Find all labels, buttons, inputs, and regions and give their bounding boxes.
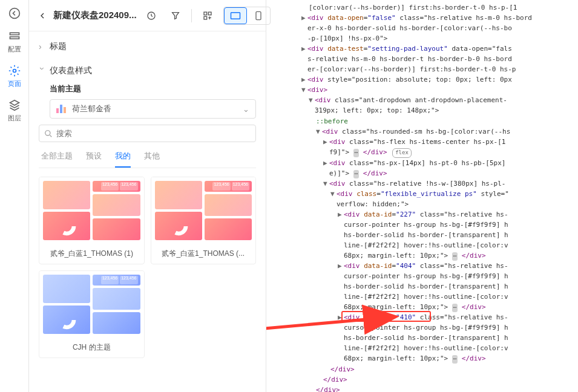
- left-icon-sidebar: 配置 页面 图层: [0, 0, 29, 392]
- dom-node-line[interactable]: ▶<div data-open="false" class="hs-relati…: [266, 13, 578, 23]
- theme-grid: 123,456123,456 贰爷_白蓝1_THOMAS (1): [39, 177, 256, 358]
- theme-card-label: 贰爷_白蓝1_THOMAS (1): [39, 244, 144, 264]
- dom-node-line[interactable]: cursor-pointer hs-group hs-bg-[#f9f9f9] …: [266, 322, 578, 333]
- section-label: 标题: [50, 41, 67, 52]
- dom-node-line[interactable]: ▶<div data-id="404" class="hs-relative h…: [266, 261, 578, 271]
- dom-node-line[interactable]: hs-border-solid hs-border-[transparent] …: [266, 230, 578, 240]
- dom-node-line[interactable]: verflow: hidden;">: [266, 199, 578, 209]
- dom-node-line[interactable]: 319px; left: 0px; top: 148px;">: [266, 105, 578, 116]
- dom-node-line[interactable]: line-[#f2f2f2] hover:!hs-outline-[color:…: [266, 240, 578, 250]
- sidebar-label: 图层: [8, 114, 21, 123]
- theme-preview: 123,456123,456: [39, 271, 144, 338]
- dom-node-line[interactable]: e)]"> ⋯ </div>: [266, 168, 578, 178]
- svg-rect-7: [204, 16, 207, 19]
- add-widget-icon[interactable]: [199, 7, 216, 24]
- svg-rect-6: [208, 12, 211, 15]
- device-toggle: [223, 7, 271, 25]
- devtools-elements-panel[interactable]: [color:var(--hs-border)] first:hs-border…: [266, 0, 578, 392]
- tab-all[interactable]: 全部主题: [41, 151, 73, 168]
- dom-node-line[interactable]: ▶<div data-test="setting-pad-layout" dat…: [266, 44, 578, 54]
- style-section-toggle[interactable]: › 仪表盘样式: [39, 62, 256, 80]
- dom-node-line[interactable]: er-x-0 hs-border-solid hs-border-[color:…: [266, 23, 578, 33]
- svg-rect-2: [10, 37, 19, 39]
- sidebar-back[interactable]: [8, 7, 21, 19]
- dom-node-line[interactable]: ▶<div class="hs-px-[14px] hs-pt-0 hs-pb-…: [266, 158, 578, 168]
- dom-node-line[interactable]: </div>: [266, 385, 578, 392]
- svg-point-3: [13, 70, 16, 73]
- chevron-down-icon: ›: [38, 67, 47, 74]
- search-icon: [44, 129, 53, 138]
- svg-point-0: [9, 8, 19, 19]
- title-section-toggle[interactable]: › 标题: [39, 38, 256, 56]
- dom-node-line[interactable]: </div>: [266, 364, 578, 374]
- theme-card[interactable]: 123,456123,456 贰爷_白蓝1_THOMAS (...: [151, 177, 257, 264]
- back-button[interactable]: [38, 11, 47, 21]
- dom-node-line[interactable]: ▶<div data-id="227" class="hs-relative h…: [266, 209, 578, 220]
- tab-mine[interactable]: 我的: [115, 151, 131, 168]
- sidebar-page[interactable]: 页面: [8, 65, 21, 88]
- page-title: 新建仪表盘202409...: [53, 10, 137, 21]
- selected-theme-name: 荷兰郁金香: [72, 103, 237, 114]
- filter-icon[interactable]: [167, 7, 184, 24]
- dom-node-line[interactable]: 68px; margin-left: 10px;"> ⋯ </div>: [266, 302, 578, 312]
- svg-rect-5: [204, 12, 207, 15]
- dom-node-line[interactable]: ▼<div class="hs-relative !hs-w-[380px] h…: [266, 178, 578, 189]
- dom-node-line[interactable]: ▼<div>: [266, 85, 578, 95]
- dom-node-line[interactable]: hs-border-solid hs-border-[transparent] …: [266, 281, 578, 292]
- dom-node-line[interactable]: ▶<div data-id="410" class="hs-relative h…: [266, 312, 578, 322]
- svg-point-12: [171, 219, 186, 234]
- dom-node-line[interactable]: line-[#f2f2f2] hover:!hs-outline-[color:…: [266, 343, 578, 353]
- dom-node-line[interactable]: ▼<div class="hs-rounded-sm hs-bg-[color:…: [266, 126, 578, 137]
- dom-node-line[interactable]: ▼<div class="ant-dropdown ant-dropdown-p…: [266, 95, 578, 105]
- sidebar-label: 页面: [8, 79, 21, 88]
- dom-node-line[interactable]: 68px; margin-left: 10px;"> ⋯ </div>: [266, 250, 578, 261]
- dom-node-line[interactable]: -p-[10px] !hs-px-0">: [266, 33, 578, 44]
- svg-point-10: [45, 130, 50, 135]
- dom-node-line[interactable]: ▶<div style="position: absolute; top: 0p…: [266, 74, 578, 85]
- header-bar: 新建仪表盘202409...: [29, 0, 266, 31]
- svg-rect-9: [256, 11, 261, 19]
- dom-node-line[interactable]: ▶<div class="hs-flex hs-items-center hs-…: [266, 137, 578, 147]
- desktop-device-button[interactable]: [224, 7, 247, 24]
- svg-point-11: [59, 219, 74, 234]
- svg-rect-1: [10, 33, 19, 34]
- dom-node-line[interactable]: ::before: [266, 116, 578, 126]
- dom-node-line[interactable]: 68px; margin-left: 10px;"> ⋯ </div>: [266, 353, 578, 364]
- dom-node-line[interactable]: cursor-pointer hs-group hs-bg-[#f9f9f9] …: [266, 220, 578, 230]
- theme-swatch-icon: [56, 105, 66, 113]
- search-input[interactable]: [56, 129, 251, 138]
- dom-node-line[interactable]: ▼<div class="flexible_virtualize ps" sty…: [266, 189, 578, 199]
- theme-tabs: 全部主题 预设 我的 其他: [39, 151, 256, 168]
- theme-card-label: CJH 的主题: [39, 338, 144, 358]
- dom-node-line[interactable]: f9]"> ⋯ </div> flex: [266, 147, 578, 158]
- dom-node-line[interactable]: cursor-pointer hs-group hs-bg-[#f9f9f9] …: [266, 271, 578, 281]
- settings-panel: 新建仪表盘202409...: [29, 0, 266, 392]
- chevron-right-icon: ›: [39, 42, 46, 51]
- dom-node-line[interactable]: er-[color:var(--hs-border)] first:hs-bor…: [266, 64, 578, 74]
- current-theme-label: 当前主题: [39, 83, 256, 94]
- theme-card[interactable]: 123,456123,456 贰爷_白蓝1_THOMAS (1): [39, 177, 145, 264]
- tab-preset[interactable]: 预设: [86, 151, 102, 168]
- sidebar-layers[interactable]: 图层: [8, 99, 21, 123]
- sidebar-config[interactable]: 配置: [8, 30, 21, 54]
- dom-node-line[interactable]: line-[#f2f2f2] hover:!hs-outline-[color:…: [266, 292, 578, 302]
- section-label: 仪表盘样式: [50, 65, 92, 76]
- tab-other[interactable]: 其他: [144, 151, 160, 168]
- theme-search-box[interactable]: [39, 125, 256, 142]
- chevron-down-icon: ⌄: [243, 105, 249, 114]
- theme-select-dropdown[interactable]: 荷兰郁金香 ⌄: [50, 99, 256, 119]
- theme-preview: 123,456123,456: [39, 177, 144, 244]
- theme-card-label: 贰爷_白蓝1_THOMAS (...: [151, 244, 256, 264]
- svg-rect-8: [231, 12, 240, 19]
- undo-icon[interactable]: [143, 7, 160, 24]
- dom-node-line[interactable]: hs-border-solid hs-border-[transparent] …: [266, 333, 578, 343]
- dom-node-line[interactable]: [color:var(--hs-border)] first:hs-border…: [266, 2, 578, 13]
- theme-card[interactable]: 123,456123,456 CJH 的主题: [39, 270, 145, 358]
- dom-node-line[interactable]: </div>: [266, 374, 578, 385]
- sidebar-label: 配置: [8, 45, 21, 54]
- theme-preview: 123,456123,456: [151, 177, 256, 244]
- dom-node-line[interactable]: s-relative hs-m-0 hs-border-t hs-border-…: [266, 54, 578, 64]
- svg-point-13: [59, 313, 74, 327]
